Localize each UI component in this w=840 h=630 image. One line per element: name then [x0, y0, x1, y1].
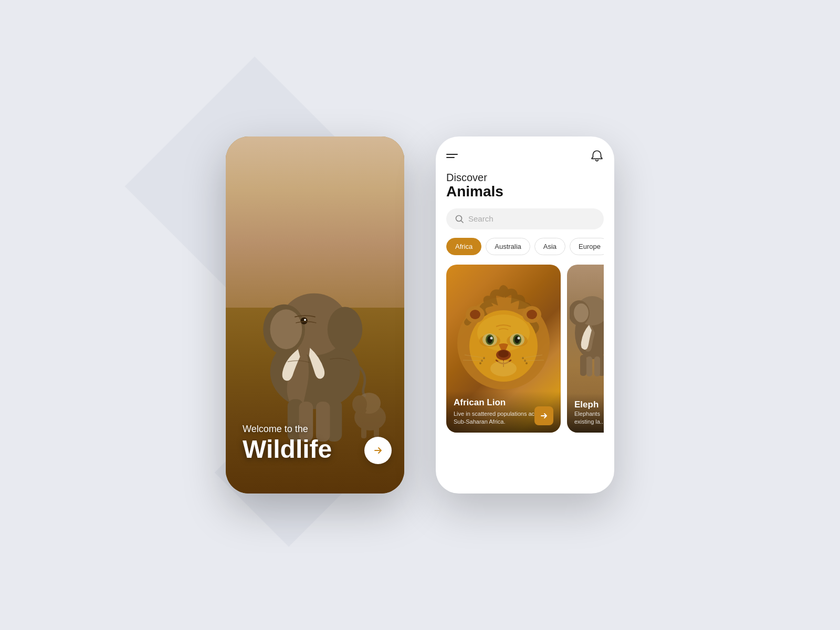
filter-tab-asia[interactable]: Asia [534, 238, 565, 255]
phones-container: Welcome to the Wildlife [226, 136, 614, 494]
discover-section: Discover Animals [446, 171, 604, 200]
lion-card[interactable]: African Lion Live in scattered populatio… [446, 265, 561, 433]
svg-point-38 [490, 361, 517, 376]
phone-left: Welcome to the Wildlife [226, 136, 404, 494]
svg-point-4 [328, 307, 363, 352]
discover-label: Discover [446, 171, 604, 184]
animals-grid: African Lion Live in scattered populatio… [446, 265, 604, 494]
menu-button[interactable] [446, 154, 458, 158]
elephant-card-illustration [570, 275, 604, 380]
search-placeholder: Search [468, 214, 595, 223]
svg-point-16 [456, 215, 462, 221]
filter-tab-europe[interactable]: Europe [570, 238, 604, 255]
filter-tab-australia[interactable]: Australia [486, 238, 530, 255]
lion-card-button[interactable] [534, 406, 553, 425]
elephant-card[interactable]: Eleph Elephants existing la... [567, 265, 604, 433]
phone-right: Discover Animals Search Africa Australia… [436, 136, 614, 494]
svg-point-34 [479, 362, 481, 364]
svg-point-3 [270, 309, 302, 349]
search-bar[interactable]: Search [446, 208, 604, 229]
svg-point-40 [470, 310, 480, 319]
svg-point-6 [304, 319, 306, 321]
elephant-card-title: Eleph [574, 400, 604, 410]
svg-point-42 [527, 310, 537, 319]
top-bar [446, 149, 604, 163]
phone-left-background: Welcome to the Wildlife [226, 136, 404, 494]
search-icon [455, 214, 464, 224]
svg-point-46 [574, 303, 589, 322]
welcome-label: Welcome to the [243, 424, 362, 435]
svg-rect-50 [586, 356, 592, 376]
hamburger-line-1 [446, 154, 458, 155]
welcome-text-section: Welcome to the Wildlife [243, 424, 362, 462]
svg-point-37 [526, 362, 528, 364]
filter-tabs: Africa Australia Asia Europe North [446, 238, 604, 255]
arrow-right-icon [373, 445, 383, 456]
svg-point-29 [518, 337, 520, 339]
svg-point-25 [490, 337, 493, 339]
svg-point-5 [300, 317, 307, 324]
svg-point-31 [498, 350, 509, 358]
phone-right-content: Discover Animals Search Africa Australia… [436, 136, 614, 494]
filter-tab-africa[interactable]: Africa [446, 238, 481, 255]
elephant-card-info: Eleph Elephants existing la... [567, 393, 604, 433]
lion-card-arrow-icon [540, 412, 548, 420]
svg-rect-48 [580, 355, 586, 376]
wildlife-title: Wildlife [243, 437, 362, 462]
hamburger-line-2 [446, 157, 455, 158]
svg-rect-51 [594, 356, 600, 376]
explore-button[interactable] [364, 437, 392, 464]
notification-bell-icon[interactable] [590, 149, 604, 163]
elephant-card-desc: Elephants existing la... [574, 410, 604, 426]
animals-label: Animals [446, 184, 604, 200]
